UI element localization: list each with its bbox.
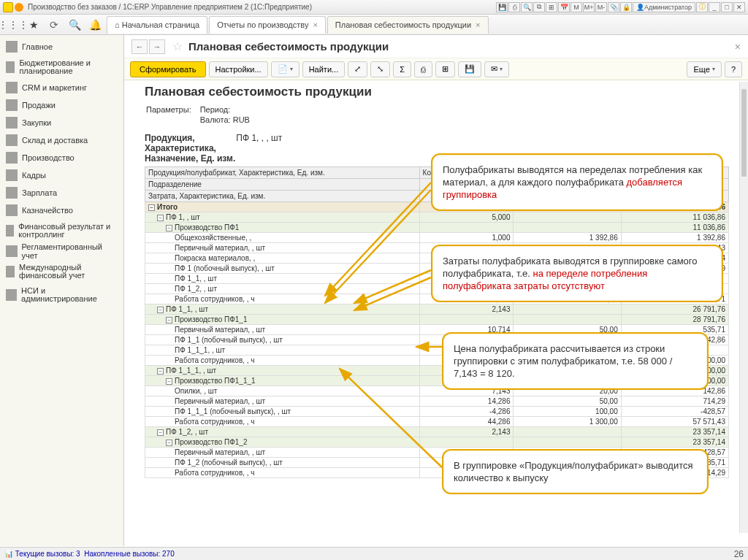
sidebar-item-0[interactable]: Главное — [0, 38, 123, 55]
table-row[interactable]: −ПФ 1, , шт5,00011 036,86 — [145, 212, 729, 223]
tree-toggle-icon[interactable]: − — [148, 204, 155, 211]
table-row[interactable]: −Производство ПФ1_223 357,14 — [145, 437, 729, 448]
toolbar-lock-icon[interactable]: 🔒 — [620, 2, 632, 12]
expand-button[interactable]: ⤢ — [348, 61, 367, 77]
save-button[interactable]: 💾 — [458, 61, 481, 77]
toolbar-clip-icon[interactable]: 📎 — [608, 2, 619, 12]
toolbar-calendar-icon[interactable]: 📅 — [558, 2, 570, 12]
close-button[interactable]: ✕ — [733, 2, 745, 12]
user-button[interactable]: 👤 Администратор — [633, 2, 695, 12]
toolbar-search-icon[interactable]: 🔍 — [521, 2, 533, 12]
toolbar-print-icon[interactable]: ⎙ — [508, 2, 520, 12]
toolbar-mminus[interactable]: M- — [595, 2, 607, 12]
sidebar-label: Казначейство — [22, 206, 73, 215]
collapse-button[interactable]: ⤡ — [370, 61, 390, 77]
star-icon[interactable]: ★ — [25, 17, 42, 33]
sidebar-item-13[interactable]: НСИ и администрирование — [0, 283, 123, 307]
sidebar-item-11[interactable]: Регламентированный учет — [0, 242, 123, 260]
cell-cost: 28 791,76 — [621, 315, 728, 325]
info-icon[interactable]: ⓘ — [696, 2, 708, 12]
sidebar-item-9[interactable]: Казначейство — [0, 202, 123, 219]
toolbar-calc-icon[interactable]: ⊞ — [546, 2, 557, 12]
tab-home[interactable]: ⌂ Начальная страница — [107, 16, 207, 34]
close-icon[interactable]: × — [313, 20, 317, 29]
table-row[interactable]: Работа сотрудников, , ч44,2861 300,0057 … — [145, 417, 729, 427]
tree-toggle-icon[interactable]: − — [157, 307, 164, 313]
callout-4: В группировке «Продукция/полуфабрикат» в… — [442, 449, 709, 494]
tree-toggle-icon[interactable]: − — [166, 317, 172, 323]
sidebar-item-2[interactable]: CRM и маркетинг — [0, 79, 123, 96]
cell-qty — [419, 437, 514, 448]
sidebar-label: Закупки — [22, 118, 51, 127]
cell-cost: -428,57 — [621, 407, 728, 417]
table-row[interactable]: −Производство ПФ1_128 791,76 — [145, 315, 729, 325]
tree-toggle-icon[interactable]: − — [157, 368, 164, 375]
toolbar-save-icon[interactable]: 💾 — [496, 2, 508, 12]
sidebar-item-4[interactable]: Закупки — [0, 114, 123, 131]
find-button[interactable]: Найти... — [302, 61, 346, 77]
nav-forward-button[interactable]: → — [149, 39, 165, 54]
vertical-scrollbar[interactable] — [739, 82, 748, 533]
tree-toggle-icon[interactable]: − — [157, 429, 164, 436]
sidebar-item-8[interactable]: Зарплата — [0, 184, 123, 202]
dropdown-icon[interactable] — [15, 3, 23, 12]
cell-price — [514, 427, 621, 437]
settings-button[interactable]: Настройки... — [209, 61, 268, 77]
toolbar-mplus[interactable]: M+ — [583, 2, 595, 12]
sidebar-item-7[interactable]: Кадры — [0, 166, 123, 184]
sidebar-label: Бюджетирование и планирование — [19, 59, 118, 75]
sidebar-label: CRM и маркетинг — [22, 83, 87, 92]
sidebar-item-12[interactable]: Международный финансовый учет — [0, 260, 123, 283]
bell-icon[interactable]: 🔔 — [86, 17, 104, 33]
table-row[interactable]: −ПФ 1_2, , шт2,14323 357,14 — [145, 427, 729, 437]
more-button[interactable]: Еще▾ — [687, 61, 721, 77]
print-button[interactable]: ⎙ — [414, 61, 432, 77]
cell-name: Первичный материал, , шт — [145, 243, 420, 253]
sidebar-item-10[interactable]: Финансовый результат и контроллинг — [0, 219, 123, 242]
table-row[interactable]: −ПФ 1_1, , шт2,14326 791,76 — [145, 304, 729, 315]
table-row[interactable]: Первичный материал, , шт14,28650,00714,2… — [145, 396, 729, 407]
page-close-button[interactable]: × — [735, 41, 741, 53]
tree-toggle-icon[interactable]: − — [166, 225, 172, 231]
sidebar-label: Финансовый результат и контроллинг — [18, 223, 118, 239]
history-icon[interactable]: ⟳ — [45, 17, 63, 33]
maximize-button[interactable]: □ — [721, 2, 733, 12]
tab-reports[interactable]: Отчеты по производству × — [209, 16, 326, 34]
sidebar-item-6[interactable]: Производство — [0, 149, 123, 166]
tree-toggle-icon[interactable]: − — [157, 215, 164, 221]
sidebar-item-1[interactable]: Бюджетирование и планирование — [0, 55, 123, 79]
toolbar-link-icon[interactable]: ⧉ — [533, 2, 545, 12]
sidebar-icon — [6, 134, 18, 146]
sigma-button[interactable]: Σ — [393, 61, 411, 77]
sidebar-item-5[interactable]: Склад и доставка — [0, 131, 123, 149]
apps-icon[interactable]: ⋮⋮⋮ — [4, 17, 22, 33]
search-icon[interactable]: 🔍 — [66, 17, 83, 33]
tab-cost[interactable]: Плановая себестоимость продукции × — [327, 16, 489, 34]
cell-name: Первичный материал, , шт — [145, 325, 420, 335]
favorite-icon[interactable]: ☆ — [172, 39, 183, 53]
data-table: Продукция/полуфабрикат, Характеристика, … — [145, 166, 729, 478]
cell-qty: 1,000 — [419, 233, 514, 243]
tree-toggle-icon[interactable]: − — [166, 378, 172, 385]
table-button[interactable]: ⊞ — [435, 61, 455, 77]
cell-name: −Производство ПФ1_1_1 — [145, 376, 420, 386]
sidebar-item-3[interactable]: Продажи — [0, 96, 123, 114]
nav-back-button[interactable]: ← — [131, 39, 148, 54]
help-button[interactable]: ? — [725, 61, 742, 77]
page-header: ← → ☆ Плановая себестоимость продукции × — [124, 35, 748, 58]
tree-toggle-icon[interactable]: − — [166, 440, 172, 446]
toolbar-m[interactable]: M — [570, 2, 582, 12]
cell-name: −ПФ 1_2, , шт — [145, 427, 420, 437]
table-row[interactable]: ПФ 1_1_1 (побочный выпуск), , шт-4,28610… — [145, 407, 729, 417]
cell-price — [514, 315, 621, 325]
minimize-button[interactable]: _ — [709, 2, 720, 12]
table-row[interactable]: Общехозяйственные, ,1,0001 392,861 392,8… — [145, 233, 729, 243]
cell-cost: 26 791,76 — [621, 304, 728, 315]
mail-button[interactable]: ✉▾ — [484, 61, 509, 77]
form-button[interactable]: Сформировать — [130, 61, 206, 77]
cell-name: Работа сотрудников, , ч — [145, 294, 420, 304]
close-icon[interactable]: × — [476, 20, 480, 29]
variants-button[interactable]: 📄▾ — [271, 61, 299, 77]
table-row[interactable]: −Производство ПФ111 036,86 — [145, 223, 729, 233]
scrollbar-thumb[interactable] — [741, 89, 747, 177]
